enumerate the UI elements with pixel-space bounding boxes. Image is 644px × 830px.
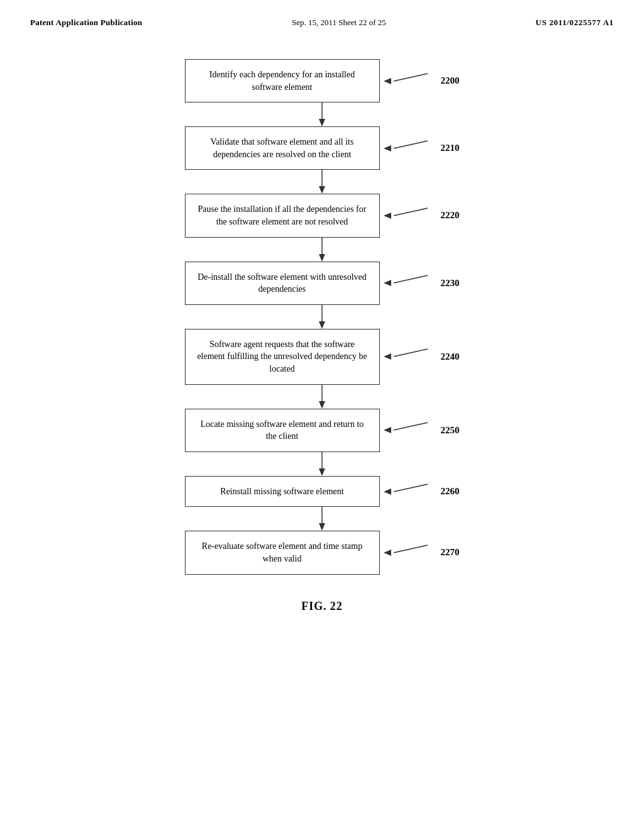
step-label-2270: 2270 bbox=[441, 547, 460, 558]
step-box-2250: Locate missing software element and retu… bbox=[185, 409, 380, 452]
arrow-connector-3 bbox=[225, 305, 419, 329]
flow-step-2210: Validate that software element and all i… bbox=[185, 126, 460, 170]
svg-marker-8 bbox=[319, 254, 325, 262]
svg-marker-5 bbox=[319, 186, 325, 194]
svg-marker-14 bbox=[319, 401, 325, 409]
bracket-arrow-2210 bbox=[382, 138, 430, 159]
flow-step-2240: Software agent requests that the softwar… bbox=[185, 329, 460, 385]
svg-marker-12 bbox=[384, 353, 391, 360]
bracket-arrow-2250 bbox=[382, 419, 430, 441]
svg-marker-0 bbox=[384, 78, 391, 84]
svg-marker-11 bbox=[319, 321, 325, 329]
flow-step-2250: Locate missing software element and retu… bbox=[185, 409, 460, 452]
svg-marker-18 bbox=[384, 489, 391, 495]
step-box-2230: De-install the software element with unr… bbox=[185, 262, 380, 305]
step-label-2260: 2260 bbox=[441, 486, 460, 497]
arrow-connector-6 bbox=[225, 507, 419, 531]
svg-marker-2 bbox=[319, 119, 325, 126]
step-box-2200: Identify each dependency for an installe… bbox=[185, 59, 380, 102]
svg-marker-9 bbox=[384, 280, 391, 286]
step-box-2210: Validate that software element and all i… bbox=[185, 126, 380, 170]
step-box-2270: Re-evaluate software element and time st… bbox=[185, 531, 380, 574]
svg-marker-21 bbox=[384, 550, 391, 556]
svg-marker-6 bbox=[384, 213, 391, 219]
flow-step-2260: Reinstall missing software element2260 bbox=[185, 476, 460, 507]
flow-step-2220: Pause the installation if all the depend… bbox=[185, 194, 460, 237]
bracket-arrow-2230 bbox=[382, 272, 430, 294]
arrow-connector-2 bbox=[225, 238, 419, 262]
bracket-arrow-2200 bbox=[382, 70, 430, 92]
header-date-sheet: Sep. 15, 2011 Sheet 22 of 25 bbox=[292, 18, 386, 28]
step-label-2250: 2250 bbox=[441, 425, 460, 436]
arrow-connector-1 bbox=[225, 170, 419, 194]
arrow-connector-4 bbox=[225, 385, 419, 409]
svg-marker-3 bbox=[384, 145, 391, 152]
step-label-2240: 2240 bbox=[441, 351, 460, 362]
step-label-2200: 2200 bbox=[441, 75, 460, 86]
flow-step-2200: Identify each dependency for an installe… bbox=[185, 59, 460, 102]
bracket-arrow-2260 bbox=[382, 481, 430, 502]
svg-marker-20 bbox=[319, 523, 325, 531]
header-patent-number: US 2011/0225577 A1 bbox=[536, 18, 614, 28]
arrow-connector-0 bbox=[225, 102, 419, 126]
step-label-2230: 2230 bbox=[441, 278, 460, 289]
step-box-2240: Software agent requests that the softwar… bbox=[185, 329, 380, 385]
arrow-connector-5 bbox=[225, 452, 419, 476]
bracket-arrow-2270 bbox=[382, 542, 430, 563]
step-label-2210: 2210 bbox=[441, 143, 460, 153]
step-box-2260: Reinstall missing software element bbox=[185, 476, 380, 507]
bracket-arrow-2220 bbox=[382, 205, 430, 226]
step-box-2220: Pause the installation if all the depend… bbox=[185, 194, 380, 237]
bracket-arrow-2240 bbox=[382, 346, 430, 367]
flow-step-2230: De-install the software element with unr… bbox=[185, 262, 460, 305]
flowchart-diagram: Identify each dependency for an installe… bbox=[0, 59, 644, 575]
step-label-2220: 2220 bbox=[441, 210, 460, 221]
page-header: Patent Application Publication Sep. 15, … bbox=[0, 0, 644, 28]
svg-marker-17 bbox=[319, 468, 325, 476]
flow-step-2270: Re-evaluate software element and time st… bbox=[185, 531, 460, 574]
svg-marker-15 bbox=[384, 427, 391, 433]
header-publication: Patent Application Publication bbox=[30, 18, 142, 28]
figure-caption: FIG. 22 bbox=[0, 600, 644, 613]
